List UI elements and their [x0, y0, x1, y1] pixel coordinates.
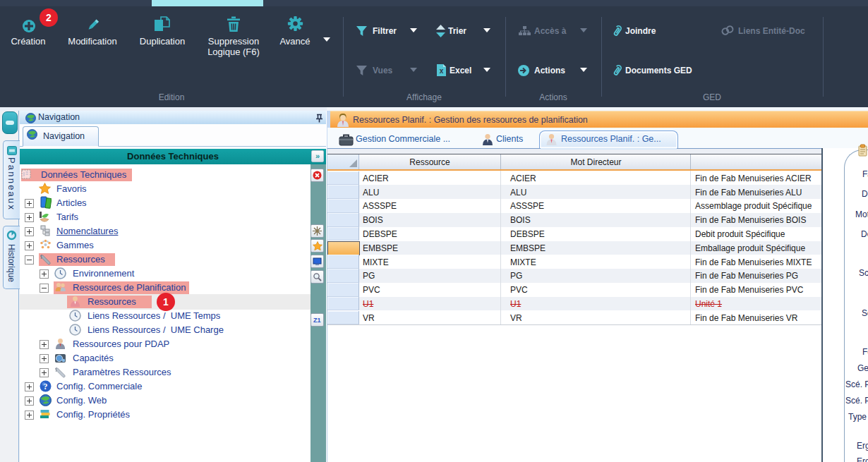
svg-text:Z1: Z1 [313, 317, 321, 324]
svg-text:x: x [440, 67, 444, 75]
svg-text:?: ? [44, 382, 48, 391]
